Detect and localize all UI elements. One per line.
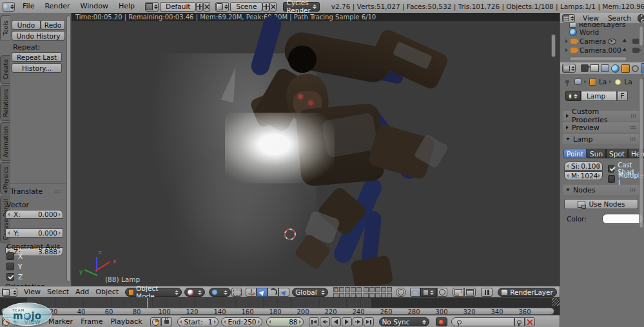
lamp-type-point[interactable]: Point bbox=[563, 149, 587, 158]
delete-layout-button[interactable] bbox=[203, 2, 210, 12]
renderlayer-dropdown[interactable]: RenderLayer bbox=[498, 288, 557, 297]
layer-cell[interactable] bbox=[351, 287, 356, 292]
constraint-y-row[interactable]: Y bbox=[6, 263, 22, 270]
menu-window[interactable]: Window bbox=[78, 1, 111, 12]
screen-layout-field[interactable]: Default bbox=[160, 2, 196, 12]
timeline-menu-playback[interactable]: Playback bbox=[108, 316, 144, 327]
layer-cell[interactable] bbox=[369, 287, 375, 292]
outliner-row-camera[interactable]: Camera bbox=[560, 37, 644, 46]
layer-cell[interactable] bbox=[356, 287, 362, 292]
pin-icon[interactable] bbox=[565, 80, 569, 84]
mode-dropdown[interactable]: Object Mode bbox=[125, 288, 182, 297]
tab-tools[interactable]: Tools bbox=[0, 15, 10, 41]
lamp-size-field[interactable]: Si: 0.100 bbox=[564, 162, 603, 171]
checkbox-x[interactable] bbox=[6, 252, 14, 260]
lamp-type-spot[interactable]: Spot bbox=[606, 149, 628, 158]
nodes-panel-header[interactable]: Nodes bbox=[563, 185, 639, 195]
layer-cell[interactable] bbox=[345, 287, 350, 292]
color-swatch[interactable] bbox=[602, 214, 643, 224]
menu-render[interactable]: Render bbox=[42, 1, 72, 12]
outliner-menu-search[interactable]: Search bbox=[605, 12, 634, 24]
outliner-menu-view[interactable]: View bbox=[580, 12, 601, 24]
tab-relations[interactable]: Relations bbox=[0, 85, 10, 121]
use-preview-range-button[interactable] bbox=[150, 317, 161, 326]
delete-scene-button[interactable] bbox=[269, 2, 277, 12]
history-button[interactable]: History... bbox=[12, 63, 62, 73]
multiple-importance-checkbox[interactable] bbox=[608, 175, 615, 183]
viewport-3d[interactable]: Time:00:05.20 | Remaining:00:03.46 | Mem… bbox=[72, 13, 560, 286]
record-button[interactable] bbox=[436, 317, 447, 326]
repeat-last-button[interactable]: Repeat Last bbox=[12, 52, 62, 62]
keying-set-field[interactable] bbox=[451, 317, 514, 326]
menu-view[interactable]: View bbox=[21, 286, 43, 298]
fake-user-button[interactable]: F bbox=[617, 91, 628, 101]
end-frame-field[interactable]: End: 250 bbox=[221, 317, 262, 326]
outliner-v-scrollbar[interactable] bbox=[639, 26, 643, 46]
tool-shelf-scrollbar[interactable] bbox=[66, 15, 71, 282]
menu-select[interactable]: Select bbox=[44, 286, 72, 298]
use-nodes-button[interactable]: Use Nodes bbox=[564, 199, 638, 209]
translate-x-field[interactable]: X: 0.000 bbox=[5, 210, 63, 219]
constraint-z-row[interactable]: Z bbox=[6, 273, 23, 281]
tab-lamp-data-active[interactable] bbox=[641, 63, 644, 73]
rotate-manipulator-button[interactable] bbox=[268, 288, 278, 297]
properties-scrollbar[interactable] bbox=[639, 78, 643, 229]
renderability-camera-icon[interactable] bbox=[632, 48, 639, 53]
datablock-name-field[interactable]: Lamp bbox=[581, 91, 617, 101]
layer-cell[interactable] bbox=[339, 287, 344, 292]
tab-constraints-icon[interactable] bbox=[632, 65, 639, 72]
pivot-align-button[interactable] bbox=[231, 288, 242, 297]
render-engine-dropdown[interactable]: Cycles Render bbox=[283, 2, 319, 12]
playhead-line[interactable] bbox=[147, 298, 148, 308]
layer-cell[interactable] bbox=[381, 287, 386, 292]
tab-render-icon[interactable] bbox=[581, 64, 589, 72]
jump-to-start-button[interactable] bbox=[309, 317, 319, 326]
area-corner-grip[interactable] bbox=[552, 298, 560, 306]
add-scene-button[interactable] bbox=[262, 2, 269, 12]
selectability-arrow-icon[interactable] bbox=[623, 39, 628, 44]
custom-properties-panel-header[interactable]: Custom Properties bbox=[563, 111, 639, 121]
menu-object[interactable]: Object bbox=[93, 286, 121, 298]
snap-target-button[interactable] bbox=[437, 288, 447, 297]
outliner-h-scrollbar[interactable] bbox=[569, 57, 627, 61]
opengl-render-anim-button[interactable] bbox=[464, 288, 476, 297]
prev-keyframe-button[interactable] bbox=[320, 317, 330, 326]
tab-animation[interactable]: Animation bbox=[0, 122, 10, 161]
layer-cell[interactable] bbox=[364, 287, 369, 292]
opengl-render-button[interactable] bbox=[453, 288, 464, 297]
timeline-menu-frame[interactable]: Frame bbox=[78, 316, 105, 327]
translate-y-field[interactable]: Y: 0.000 bbox=[5, 229, 63, 238]
start-frame-field[interactable]: Start: 1 bbox=[177, 317, 219, 326]
lock-range-button[interactable] bbox=[161, 317, 172, 326]
breadcrumb-lamp-icon[interactable] bbox=[614, 79, 621, 86]
checkbox-y[interactable] bbox=[6, 263, 14, 270]
screen-layout-icon-button[interactable] bbox=[145, 2, 159, 12]
insert-keyframe-button[interactable] bbox=[514, 317, 525, 326]
viewport-shading-dropdown[interactable] bbox=[184, 288, 205, 297]
breadcrumb-object-icon[interactable] bbox=[589, 79, 596, 86]
tab-scene-icon[interactable] bbox=[601, 64, 609, 72]
scene-icon-button[interactable] bbox=[215, 2, 229, 12]
timeline-ruler-scrollbar[interactable]: 20 40 60 80 100 120 140 160 180 200 220 … bbox=[1, 308, 554, 315]
pause-preview-button[interactable] bbox=[481, 288, 493, 297]
pivot-dropdown[interactable] bbox=[209, 288, 231, 297]
lamp-panel-header[interactable]: Lamp bbox=[563, 134, 639, 144]
layer-cell[interactable] bbox=[387, 287, 392, 292]
tab-object-icon[interactable] bbox=[621, 64, 630, 73]
add-layout-button[interactable] bbox=[196, 2, 203, 12]
delete-keyframe-button[interactable] bbox=[525, 317, 535, 326]
manipulator-toggle-button[interactable] bbox=[246, 288, 257, 297]
menu-help[interactable]: Help bbox=[116, 1, 137, 12]
breadcrumb-scene-icon[interactable] bbox=[574, 79, 581, 85]
editor-type-button-info[interactable] bbox=[3, 2, 15, 12]
tab-world-icon[interactable] bbox=[611, 64, 620, 73]
layer-cell[interactable] bbox=[375, 287, 380, 292]
play-button[interactable] bbox=[342, 317, 352, 326]
preview-panel-header[interactable]: Preview bbox=[563, 122, 639, 133]
viewport-scrollbar[interactable] bbox=[551, 34, 556, 57]
sync-dropdown[interactable]: No Sync bbox=[379, 317, 429, 326]
outliner-row-world[interactable]: World bbox=[560, 28, 644, 37]
layer-cell-active[interactable] bbox=[333, 287, 338, 292]
tab-create[interactable]: Create bbox=[0, 55, 10, 84]
scale-manipulator-button[interactable] bbox=[278, 288, 289, 297]
